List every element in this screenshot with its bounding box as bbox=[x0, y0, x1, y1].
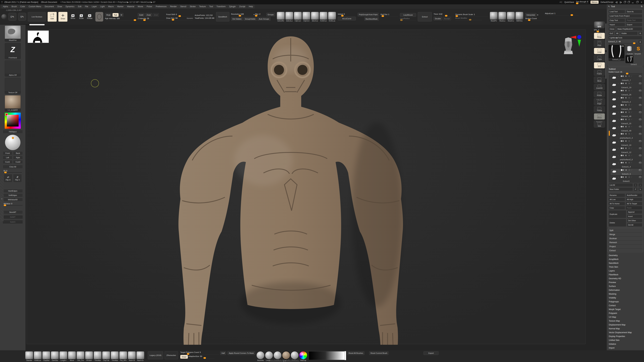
material-preset-thumb[interactable]: BasicMa bbox=[256, 351, 264, 361]
paste-tool-button[interactable]: Paste Tool bbox=[626, 18, 642, 22]
uv-icon[interactable] bbox=[628, 176, 630, 178]
camera-view-button[interactable]: Cust2 bbox=[13, 160, 23, 164]
tool-item-slider[interactable]: Extract1_5.48 bbox=[608, 40, 638, 43]
menu-item[interactable]: Stencil bbox=[179, 5, 188, 8]
flip-v-button[interactable]: ⇵Flip V bbox=[13, 174, 22, 182]
polypaint-colorize-icon[interactable] bbox=[626, 147, 627, 149]
draw-mode-button[interactable]: Draw bbox=[58, 12, 68, 22]
copy-tool-button[interactable]: Copy Tool bbox=[608, 18, 625, 22]
visibility-eye-icon[interactable] bbox=[639, 126, 642, 128]
target-polygons-slider[interactable]: Target Polygons Count5 bbox=[180, 351, 219, 354]
polypaint-icon[interactable] bbox=[621, 155, 622, 156]
rf-slider[interactable]: Rf0 bbox=[4, 170, 22, 173]
pen-icon[interactable]: ∕ bbox=[631, 97, 632, 99]
select-brush-thumb[interactable]: KnifeLas bbox=[328, 12, 336, 22]
polypaint-colorize-icon[interactable] bbox=[626, 140, 627, 142]
polypaint-colorize-icon[interactable] bbox=[626, 133, 627, 135]
slider-handle[interactable] bbox=[187, 353, 189, 355]
uv-icon[interactable] bbox=[628, 90, 630, 91]
group-visible-button[interactable]: GroupVisible bbox=[244, 17, 257, 21]
export-button[interactable]: Export bbox=[626, 23, 642, 26]
brush-preset-thumb[interactable]: DamSta bbox=[51, 351, 59, 361]
extract-button[interactable]: Extract bbox=[418, 12, 432, 21]
polypaint-colorize-icon[interactable] bbox=[626, 75, 627, 77]
viewport-toggle-button[interactable]: L.Sym bbox=[594, 55, 605, 61]
z-axis-dot-icon[interactable] bbox=[577, 35, 581, 39]
uv-icon[interactable] bbox=[628, 133, 630, 135]
save-as-button[interactable]: Save As bbox=[626, 10, 642, 13]
uv-icon[interactable] bbox=[628, 104, 630, 106]
tool-section-header[interactable]: Polypaint bbox=[608, 311, 643, 315]
subtool-row[interactable]: ↓ ∕ Extract1_15 bbox=[610, 118, 642, 125]
thick-slider[interactable]: Thick0.02 bbox=[434, 13, 454, 16]
subtool-op-section[interactable]: Remesh bbox=[608, 241, 642, 245]
menus-toggle-button[interactable]: Menus bbox=[590, 1, 598, 4]
subtool-row[interactable]: ↓ ∕ Extract1_5 bbox=[610, 168, 642, 175]
move-out-folder-icon[interactable]: ↱ bbox=[634, 187, 638, 191]
menu-item[interactable]: Document bbox=[43, 5, 55, 8]
gyro-mode-button[interactable]: S Scale bbox=[78, 12, 85, 21]
select-brush-thumb[interactable]: SelectLa bbox=[285, 12, 293, 22]
menu-item[interactable]: Macro bbox=[107, 5, 115, 8]
drop-arrow-icon[interactable]: ↓ bbox=[618, 176, 619, 178]
drop-arrow-icon[interactable]: ↓ bbox=[618, 97, 619, 99]
menu-item[interactable]: File bbox=[84, 5, 90, 8]
polypaint-colorize-icon[interactable] bbox=[626, 155, 627, 156]
pen-icon[interactable]: ∕ bbox=[632, 169, 632, 171]
mask-brush-thumb[interactable]: MaskLa bbox=[498, 12, 506, 22]
material-preset-thumb[interactable]: L1_sculp bbox=[282, 351, 290, 361]
tool-section-header[interactable]: ArrayMesh bbox=[608, 257, 643, 261]
polypaint-colorize-icon[interactable] bbox=[626, 97, 627, 98]
store-mt-button[interactable]: StoreMT bbox=[3, 210, 23, 214]
goz-r-button[interactable]: R bbox=[638, 31, 642, 35]
pen-icon[interactable]: ∕ bbox=[631, 162, 632, 164]
all-low-button[interactable]: All Low bbox=[608, 198, 625, 201]
pen-icon[interactable]: ∕ bbox=[631, 155, 632, 156]
polypaint-icon[interactable] bbox=[621, 133, 622, 135]
pen-icon[interactable]: ∕ bbox=[631, 118, 632, 120]
roll-dist-slider[interactable]: Roll Dist1 bbox=[380, 13, 398, 16]
slider-handle[interactable] bbox=[341, 15, 344, 16]
zcut-button[interactable]: Zcut bbox=[153, 13, 159, 17]
camera-view-button[interactable]: Front bbox=[3, 151, 12, 155]
slider-handle[interactable] bbox=[400, 19, 403, 21]
flip-h-button[interactable]: ⇄Flip H bbox=[4, 174, 12, 182]
clone-button[interactable]: Clone bbox=[608, 27, 616, 31]
polypaint-icon[interactable] bbox=[621, 104, 622, 106]
bpr-render-button[interactable]: BPR bbox=[594, 21, 605, 28]
all-high-button[interactable]: All High bbox=[626, 198, 642, 201]
slider-handle[interactable] bbox=[255, 15, 258, 16]
polypaint-colorize-icon[interactable] bbox=[626, 104, 627, 106]
resolution-slider[interactable]: Resolution528 bbox=[231, 13, 253, 16]
y-axis-arrow-icon[interactable] bbox=[578, 40, 581, 47]
adjust-last-slider[interactable]: AdjustLast1 bbox=[545, 12, 578, 15]
slider-handle[interactable] bbox=[143, 19, 146, 21]
timeline-scrub-right-icon[interactable]: ||||▸ bbox=[620, 1, 622, 3]
visibility-eye-icon[interactable] bbox=[639, 169, 642, 171]
brush-preset-thumb[interactable]: Longhi-l bbox=[59, 351, 68, 361]
brush-preset-thumb[interactable]: Pat_hPo bbox=[119, 351, 127, 361]
lightbox-tools-button[interactable]: Lightbox▶Tools bbox=[608, 36, 642, 39]
viewport-toggle-button[interactable]: Dynamic Solo bbox=[594, 120, 605, 128]
polyhead-icon[interactable] bbox=[564, 36, 573, 54]
slider-handle[interactable] bbox=[633, 42, 636, 44]
menu-item[interactable]: Alpha bbox=[1, 5, 10, 8]
select-brush-thumb[interactable]: ClipCircl bbox=[302, 12, 310, 22]
polypaint-colorize-icon[interactable] bbox=[626, 119, 627, 120]
viewport-toggle-button[interactable]: Move bbox=[594, 77, 605, 83]
brush-preset-thumb[interactable]: Move bbox=[68, 351, 76, 361]
visibility-eye-icon[interactable] bbox=[639, 111, 642, 113]
tool-section-header[interactable]: Thick Skin bbox=[608, 265, 643, 269]
slider-handle[interactable] bbox=[528, 19, 530, 21]
viewport-toggle-button[interactable]: Persp bbox=[594, 33, 605, 39]
close-button[interactable]: × bbox=[640, 1, 643, 3]
menu-item[interactable]: Stroke bbox=[188, 5, 197, 8]
uv-icon[interactable] bbox=[628, 140, 630, 142]
slider-handle[interactable] bbox=[4, 172, 7, 173]
list-all-button[interactable]: List All bbox=[608, 183, 633, 187]
subtool-op-section[interactable]: Project bbox=[608, 245, 642, 249]
spix-slider[interactable]: SPix3 bbox=[594, 29, 605, 32]
rename-button[interactable]: Rename bbox=[608, 193, 625, 197]
subtool-op-section[interactable]: Merge bbox=[608, 232, 642, 237]
autoreorder-button[interactable]: AutoReorder bbox=[626, 193, 642, 197]
